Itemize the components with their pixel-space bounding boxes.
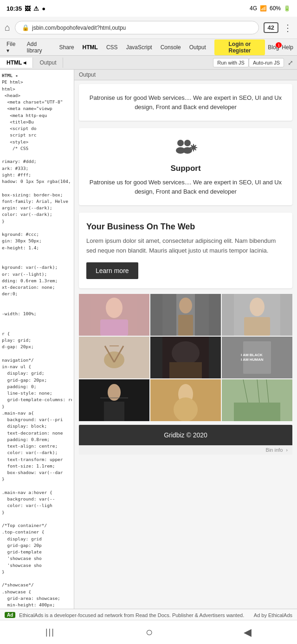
- code-line: [2, 304, 72, 311]
- svg-line-12: [195, 145, 196, 146]
- code-line: <meta name="viewp: [2, 105, 72, 112]
- code-line: [2, 516, 72, 522]
- code-line: hadow: 0 1px 5px rgba(104,: [2, 178, 72, 185]
- code-line: font-size: 1.1rem;: [2, 463, 72, 469]
- help-btn[interactable]: Help: [282, 44, 293, 51]
- time: 10:35: [6, 5, 22, 12]
- code-line: }: [2, 403, 72, 410]
- svg-point-0: [177, 140, 184, 146]
- run-with-js-btn[interactable]: Run with JS: [213, 58, 249, 67]
- code-line: [2, 483, 72, 489]
- output-panel[interactable]: Output Patronise us for good Web service…: [74, 70, 297, 627]
- code-line: padding: 0;: [2, 384, 72, 390]
- photo-cell-7: [79, 379, 149, 421]
- code-line: <script do: [2, 125, 72, 132]
- tab-javascript[interactable]: JavaScript: [123, 43, 155, 52]
- code-line: in-nav ul {: [2, 364, 72, 370]
- code-line: kground: var(--dark);: [2, 264, 72, 271]
- card-1-text: Patronise us for good Web services.... W…: [86, 93, 285, 111]
- tab-console[interactable]: Console: [158, 43, 184, 52]
- code-line: }: [2, 569, 72, 575]
- code-line: [2, 324, 72, 331]
- tab-output[interactable]: Output: [187, 43, 209, 52]
- ad-by-text: Ad by EthicalAds: [254, 612, 292, 618]
- signal-icon: 📶: [260, 5, 267, 12]
- code-line: [2, 258, 72, 264]
- svg-rect-19: [178, 315, 193, 336]
- svg-point-3: [183, 147, 192, 154]
- file-menu[interactable]: File ▾: [4, 40, 21, 55]
- code-line: }: [2, 476, 72, 482]
- home-icon[interactable]: ⌂: [5, 22, 10, 33]
- editor-tab-bar: HTML ◂ Output Run with JS Auto-run JS ⤢: [0, 56, 297, 70]
- code-line: d-gap: 20px;: [2, 344, 72, 350]
- card-2: Support Patronise us for good Web servic…: [79, 128, 292, 205]
- code-line: html>: [2, 86, 72, 92]
- code-line: [2, 351, 72, 357]
- svg-point-24: [104, 351, 124, 368]
- browser-toolbar: File ▾ Add library Share HTML CSS JavaSc…: [0, 39, 297, 56]
- tab-css[interactable]: CSS: [103, 43, 121, 52]
- code-line: argin: var(--dark);: [2, 205, 72, 211]
- tab-html[interactable]: HTML: [80, 43, 101, 52]
- svg-text:I AM HUMAN: I AM HUMAN: [241, 358, 264, 362]
- battery-label: 60%: [270, 5, 281, 12]
- url-box[interactable]: 🔒 jsbin.com/bopohofeva/edit?html,outpu: [15, 21, 258, 34]
- network-label: 4G: [250, 5, 257, 12]
- code-line: 'showcase sho: [2, 562, 72, 569]
- code-line: [2, 317, 72, 324]
- add-library-btn[interactable]: Add library: [24, 40, 54, 55]
- code-line: background: var(--pri: [2, 416, 72, 423]
- code-line: der:0;: [2, 291, 72, 297]
- login-register-btn[interactable]: Login or Register: [214, 39, 265, 55]
- code-panel[interactable]: HTML ◂ PE html> html> <head> <meta chars…: [0, 70, 74, 627]
- learn-more-button[interactable]: Learn more: [86, 262, 138, 279]
- tab-count[interactable]: 42: [264, 22, 278, 33]
- code-line: line-style: none;: [2, 390, 72, 397]
- business-text: Lorem ipsum dolor sit amet, consectetur …: [86, 236, 285, 256]
- code-line: grid-gap: 20px;: [2, 377, 72, 384]
- code-line: color: var(--ligh: [2, 502, 72, 509]
- code-line: <meta http-equ: [2, 112, 72, 119]
- code-line: color: var(--dark);: [2, 211, 72, 218]
- blog-btn[interactable]: Blog 1: [268, 44, 279, 51]
- editor-tab-html[interactable]: HTML ◂: [0, 58, 33, 68]
- nav-home-btn[interactable]: ○: [146, 625, 153, 639]
- photo-grid: I AM BLACK I AM HUMAN: [79, 294, 292, 421]
- photo-cell-4: [79, 337, 149, 378]
- dot-icon: ●: [42, 5, 45, 12]
- auto-run-btn[interactable]: Auto-run JS: [249, 58, 284, 67]
- card-2-text: Patronise us for good Web services.... W…: [86, 178, 285, 196]
- svg-rect-37: [104, 402, 124, 421]
- code-line: ight: #fff;: [2, 172, 72, 178]
- code-line: PE html>: [2, 79, 72, 85]
- bottom-nav: ||| ○ ◀: [0, 620, 297, 644]
- photo-cell-3: [222, 294, 292, 336]
- output-label: Output: [74, 70, 297, 80]
- code-line: xt-decoration: none;: [2, 284, 72, 291]
- code-line: .main-nav a{: [2, 410, 72, 416]
- chevron-right-icon: ›: [286, 447, 288, 453]
- bin-info[interactable]: Bin info ›: [79, 445, 292, 455]
- status-right: 4G 📶 60% 🔋: [250, 5, 291, 12]
- editor-tab-output[interactable]: Output: [33, 58, 63, 68]
- code-line: <head>: [2, 92, 72, 99]
- code-line: /* CSS: [2, 145, 72, 152]
- expand-icon[interactable]: ⤢: [284, 59, 297, 66]
- support-icon: [86, 137, 285, 160]
- code-line: [2, 225, 72, 231]
- code-line: [2, 298, 72, 304]
- ad-badge: Ad: [5, 612, 15, 618]
- code-line: color: var(--dark);: [2, 449, 72, 456]
- code-line: <title>Bu: [2, 119, 72, 125]
- business-title: Your Business On The Web: [86, 222, 285, 232]
- code-line: e-height: 1.4;: [2, 245, 72, 251]
- nav-back-btn[interactable]: ◀: [244, 626, 252, 638]
- browser-menu-icon[interactable]: ⋮: [283, 22, 292, 33]
- svg-rect-30: [169, 362, 202, 378]
- svg-point-14: [106, 298, 123, 318]
- code-line: grid-template: [2, 549, 72, 555]
- svg-point-36: [108, 384, 121, 401]
- nav-menu-btn[interactable]: |||: [45, 627, 55, 637]
- share-btn[interactable]: Share: [57, 43, 77, 52]
